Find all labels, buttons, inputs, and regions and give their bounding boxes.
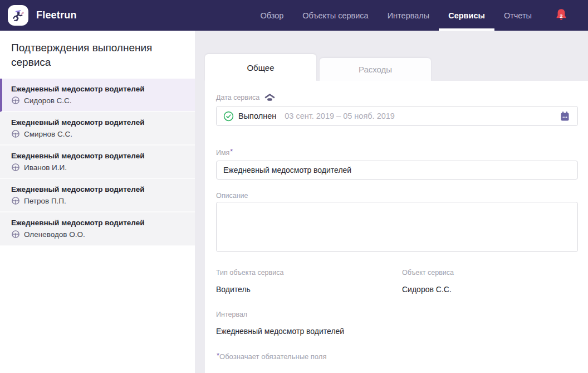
date-range-value: 03 сент. 2019 – 05 нояб. 2019 bbox=[285, 112, 395, 120]
name-input[interactable] bbox=[216, 161, 578, 180]
main-nav: Обзор Объекты сервиса Интервалы Сервисы … bbox=[251, 0, 541, 31]
sidebar-title: Подтверждения выполнения сервиса bbox=[0, 31, 195, 79]
nav-item-intervals[interactable]: Интервалы bbox=[378, 0, 439, 31]
service-title: Ежедневный медосмотр водителей bbox=[11, 117, 189, 128]
steering-wheel-icon bbox=[11, 196, 20, 205]
object-type-label: Тип объекта сервиса bbox=[216, 269, 402, 277]
service-driver: Петров П.П. bbox=[24, 197, 66, 205]
nav-item-service-objects[interactable]: Объекты сервиса bbox=[293, 0, 378, 31]
service-driver: Иванов И.И. bbox=[24, 163, 67, 172]
service-driver: Смирнов С.С. bbox=[24, 130, 72, 138]
interval-value: Ежедневный медосмотр водителей bbox=[216, 327, 578, 336]
required-note-text: Обозначает обязательные поля bbox=[219, 352, 326, 361]
fleetrun-logo bbox=[8, 5, 28, 26]
cap-icon bbox=[264, 93, 276, 101]
steering-wheel-icon bbox=[11, 96, 20, 105]
list-item[interactable]: Ежедневный медосмотр водителей Петров П.… bbox=[0, 179, 195, 212]
main-content: Общее Расходы Дата сервиса Выполнен 03 с… bbox=[195, 31, 588, 373]
check-circle-icon bbox=[223, 111, 234, 122]
service-driver: Оленеводов О.О. bbox=[24, 230, 85, 239]
steering-wheel-icon bbox=[11, 230, 20, 239]
interval-label: Интервал bbox=[216, 311, 578, 318]
service-driver: Сидоров С.С. bbox=[24, 96, 72, 105]
service-form-panel: Дата сервиса Выполнен 03 сент. 2019 – 05… bbox=[205, 81, 588, 373]
service-date-label-text: Дата сервиса bbox=[216, 94, 259, 101]
notifications-bell-button[interactable]: 2 bbox=[555, 8, 568, 23]
nav-item-services[interactable]: Сервисы bbox=[439, 0, 494, 31]
description-textarea[interactable] bbox=[216, 202, 578, 252]
notification-count-badge: 2 bbox=[555, 13, 568, 19]
service-title: Ежедневный медосмотр водителей bbox=[11, 217, 189, 228]
steering-wheel-icon bbox=[11, 129, 20, 138]
list-item[interactable]: Ежедневный медосмотр водителей Смирнов С… bbox=[0, 112, 195, 146]
tab-general[interactable]: Общее bbox=[205, 54, 316, 81]
required-asterisk: * bbox=[230, 148, 233, 156]
service-date-field[interactable]: Выполнен 03 сент. 2019 – 05 нояб. 2019 bbox=[216, 106, 578, 126]
service-object-value: Сидоров С.С. bbox=[402, 285, 454, 294]
status-badge: Выполнен bbox=[238, 112, 276, 120]
required-asterisk: * bbox=[217, 351, 219, 360]
required-fields-note: *Обозначает обязательные поля bbox=[216, 352, 578, 361]
confirmations-sidebar: Подтверждения выполнения сервиса Ежеднев… bbox=[0, 31, 195, 373]
nav-item-reports[interactable]: Отчеты bbox=[494, 0, 541, 31]
running-mechanic-icon bbox=[11, 8, 26, 23]
nav-item-overview[interactable]: Обзор bbox=[251, 0, 293, 31]
name-label-text: Имя bbox=[216, 149, 229, 157]
top-navbar: Fleetrun Обзор Объекты сервиса Интервалы… bbox=[0, 0, 588, 31]
tab-bar: Общее Расходы bbox=[205, 31, 431, 81]
object-type-value: Водитель bbox=[216, 285, 402, 294]
tab-costs[interactable]: Расходы bbox=[320, 58, 431, 81]
steering-wheel-icon bbox=[11, 163, 20, 172]
brand-name: Fleetrun bbox=[36, 9, 77, 21]
calendar-icon bbox=[559, 110, 571, 122]
service-title: Ежедневный медосмотр водителей bbox=[11, 151, 189, 161]
service-title: Ежедневный медосмотр водителей bbox=[11, 84, 189, 94]
service-date-label: Дата сервиса bbox=[216, 93, 578, 101]
description-label-text: Описание bbox=[216, 192, 248, 200]
description-label: Описание bbox=[216, 192, 578, 200]
list-item[interactable]: Ежедневный медосмотр водителей Иванов И.… bbox=[0, 146, 195, 179]
service-title: Ежедневный медосмотр водителей bbox=[11, 184, 189, 195]
list-item[interactable]: Ежедневный медосмотр водителей Оленеводо… bbox=[0, 212, 195, 246]
object-info-row: Тип объекта сервиса Водитель Объект серв… bbox=[216, 269, 578, 294]
name-label: Имя* bbox=[216, 149, 578, 157]
calendar-button[interactable] bbox=[559, 110, 571, 122]
list-item[interactable]: Ежедневный медосмотр водителей Сидоров С… bbox=[0, 79, 195, 112]
service-object-label: Объект сервиса bbox=[402, 269, 454, 277]
